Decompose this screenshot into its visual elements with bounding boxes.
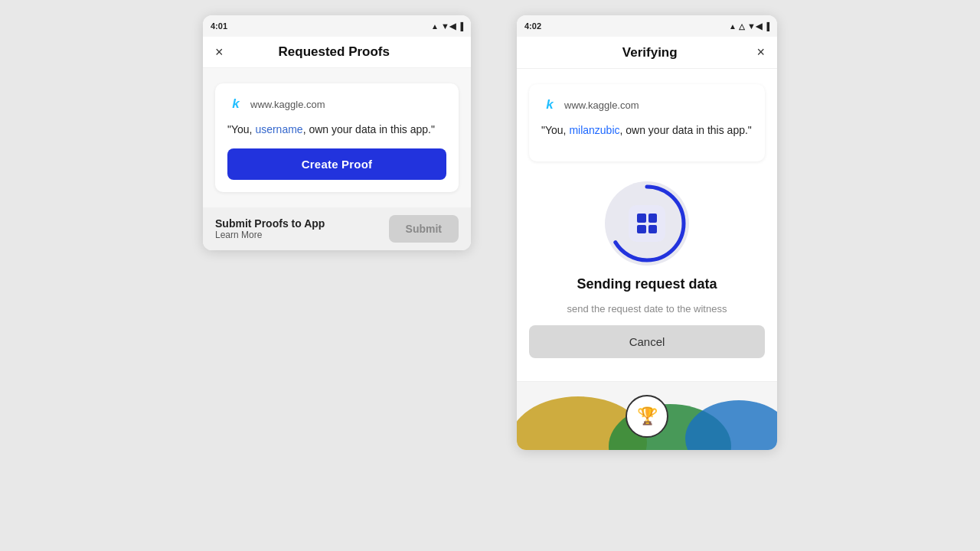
- right-status-bar: 4:02 ▲ △ ▼◀ ▐: [517, 15, 777, 37]
- left-status-bar: 4:01 ▲ ▼◀ ▐: [203, 15, 471, 37]
- adventure-icon: ▲: [431, 22, 439, 31]
- create-proof-button[interactable]: Create Proof: [227, 148, 446, 180]
- left-status-icons: ▲ ▼◀ ▐: [431, 21, 463, 31]
- left-proof-card-header: k www.kaggle.com: [227, 96, 446, 112]
- left-proof-link[interactable]: username: [255, 123, 302, 135]
- right-screen-title: Verifying: [543, 45, 756, 60]
- right-close-button[interactable]: ×: [756, 44, 765, 60]
- left-kaggle-icon: k: [227, 96, 244, 112]
- right-phone: 4:02 ▲ △ ▼◀ ▐ Verifying × k www.kaggle.c…: [517, 15, 777, 450]
- right-wifi-icon: ▼◀: [747, 21, 762, 31]
- left-time: 4:01: [211, 21, 227, 31]
- svg-point-3: [685, 400, 777, 450]
- left-phone: 4:01 ▲ ▼◀ ▐ × Requested Proofs k www.kag…: [203, 15, 471, 250]
- sq4: [648, 225, 658, 234]
- left-proof-card: k www.kaggle.com "You, username, own you…: [215, 83, 459, 192]
- grid-icon: [637, 214, 657, 233]
- left-kaggle-url: www.kaggle.com: [250, 99, 325, 110]
- sq2: [648, 214, 658, 223]
- left-screen-content: k www.kaggle.com "You, username, own you…: [203, 68, 471, 207]
- kaggle-preview-bottom: 🏆: [517, 381, 777, 450]
- right-kaggle-icon: k: [541, 96, 558, 113]
- left-proof-after: , own your data in this app.": [303, 123, 435, 135]
- right-adventure-icon: ▲: [729, 22, 737, 31]
- right-screen-content: k www.kaggle.com "You, milanzubic, own y…: [517, 69, 777, 381]
- sending-subtitle: send the request date to the witness: [567, 303, 727, 315]
- sending-title: Sending request data: [577, 276, 717, 292]
- trophy-icon: 🏆: [626, 395, 668, 438]
- left-close-button[interactable]: ×: [215, 45, 224, 59]
- spinner-container: [605, 181, 689, 266]
- right-app-header: Verifying ×: [517, 37, 777, 69]
- right-proof-text: "You, milanzubic, own your data in this …: [541, 122, 753, 139]
- learn-more-link[interactable]: Learn More: [215, 230, 325, 240]
- left-app-header: × Requested Proofs: [203, 37, 471, 68]
- wifi-icon: ▼◀: [441, 21, 456, 31]
- right-battery-icon: ▐: [764, 22, 769, 31]
- spinner-icon-center: [629, 205, 665, 242]
- right-person-icon: △: [739, 22, 745, 31]
- right-proof-link[interactable]: milanzubic: [569, 124, 619, 136]
- spinner-area: Sending request data send the request da…: [529, 174, 765, 366]
- right-time: 4:02: [524, 21, 541, 31]
- sq1: [637, 214, 646, 223]
- left-bottom-bar-text: Submit Proofs to App Learn More: [215, 217, 325, 240]
- battery-icon: ▐: [458, 22, 463, 31]
- sq3: [637, 225, 646, 234]
- left-proof-text: "You, username, own your data in this ap…: [227, 122, 446, 138]
- right-status-icons: ▲ △ ▼◀ ▐: [729, 21, 769, 31]
- right-proof-before: "You,: [541, 124, 569, 136]
- left-proof-before: "You,: [227, 123, 255, 135]
- right-proof-card-header: k www.kaggle.com: [541, 96, 753, 113]
- right-proof-after: , own your data in this app.": [620, 124, 752, 136]
- right-proof-card: k www.kaggle.com "You, milanzubic, own y…: [529, 84, 765, 161]
- right-kaggle-url: www.kaggle.com: [564, 99, 639, 111]
- left-screen-title: Requested Proofs: [224, 44, 445, 60]
- submit-proofs-label: Submit Proofs to App: [215, 217, 325, 230]
- submit-button[interactable]: Submit: [389, 215, 459, 243]
- cancel-button[interactable]: Cancel: [529, 325, 765, 358]
- left-bottom-bar: Submit Proofs to App Learn More Submit: [203, 207, 471, 250]
